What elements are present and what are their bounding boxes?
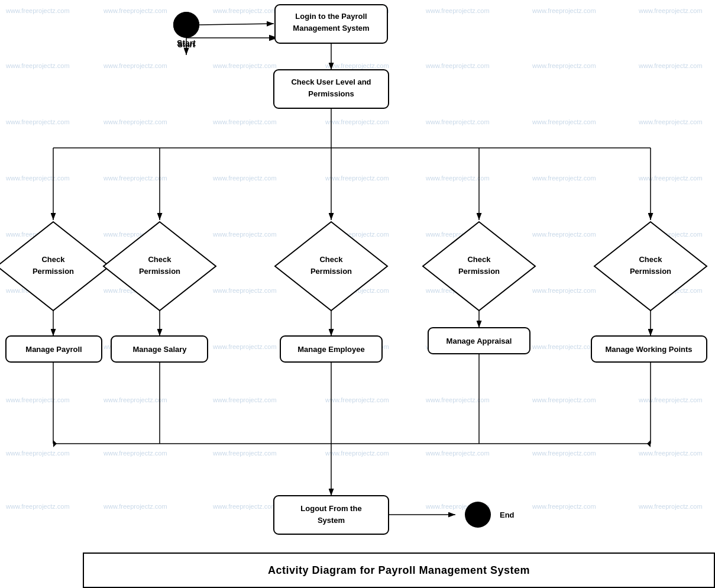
arr-left-merge — [53, 440, 57, 447]
diamond-1-text-1: Check — [41, 255, 65, 264]
start-node — [173, 12, 199, 38]
logout-box — [274, 496, 389, 534]
check-user-text-1: Check User Level and — [291, 77, 371, 86]
logout-text-1: Logout From the — [300, 504, 361, 513]
logout-text-2: System — [318, 516, 345, 525]
diagram-container: www.freeprojectz.com www.freeprojectz.co… — [0, 0, 715, 588]
title-bar: Activity Diagram for Payroll Management … — [83, 553, 715, 588]
diamond-1-text-2: Permission — [33, 267, 74, 276]
login-text-2: Management System — [293, 24, 369, 33]
diamond-3 — [275, 222, 387, 311]
diamond-5-text-2: Permission — [630, 267, 671, 276]
arr-right-merge — [647, 440, 651, 447]
end-text: End — [500, 511, 515, 519]
diamond-2-text-1: Check — [148, 255, 172, 264]
diamond-3-text-2: Permission — [310, 267, 352, 276]
diamond-4 — [423, 222, 535, 311]
diamond-3-text-1: Check — [319, 255, 343, 264]
end-circle — [465, 502, 491, 528]
check-user-text-2: Permissions — [308, 89, 354, 98]
diamond-1 — [0, 222, 109, 311]
manage-appraisal-text: Manage Appraisal — [447, 337, 512, 345]
diamond-2-text-2: Permission — [139, 267, 180, 276]
manage-employee-text: Manage Employee — [297, 345, 364, 354]
manage-salary-text: Manage Salary — [132, 345, 187, 354]
diamond-2 — [103, 222, 216, 311]
manage-working-points-text: Manage Working Points — [605, 345, 692, 354]
title-bar-text: Activity Diagram for Payroll Management … — [268, 564, 530, 577]
manage-payroll-text: Manage Payroll — [25, 345, 82, 354]
arrow-start-to-login — [199, 24, 274, 25]
diamond-4-text-2: Permission — [458, 267, 500, 276]
diamond-5 — [594, 222, 707, 311]
main-diagram: Start Login to the Payroll Management Sy… — [0, 0, 715, 588]
login-text-1: Login to the Payroll — [295, 12, 367, 21]
diamond-4-text-1: Check — [467, 255, 491, 264]
diamond-5-text-1: Check — [639, 255, 662, 264]
